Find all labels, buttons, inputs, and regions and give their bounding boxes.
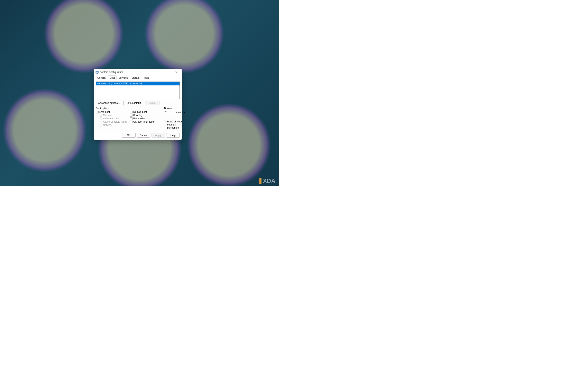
safe-boot-minimal-radio <box>100 114 102 117</box>
safe-boot-network-label: Network <box>103 124 112 126</box>
no-gui-boot-label: No GUI boot <box>133 110 147 114</box>
os-button-row: Advanced options... Set as default Delet… <box>96 101 180 105</box>
close-icon <box>175 71 178 73</box>
safe-boot-adrepair-radio <box>100 120 102 123</box>
window-title: System Configuration <box>100 71 172 74</box>
timeout-input[interactable] <box>164 110 174 114</box>
dialog-footer: OK Cancel Apply Help <box>94 131 182 140</box>
safe-boot-minimal-label: Minimal <box>103 114 112 117</box>
apply-button: Apply <box>152 133 165 138</box>
make-permanent-label: Make all boot settings permanent <box>167 120 185 129</box>
cancel-button[interactable]: Cancel <box>137 133 150 138</box>
close-button[interactable] <box>172 69 181 75</box>
boot-options-label: Boot options <box>96 107 129 110</box>
msconfig-icon <box>96 70 99 74</box>
watermark-logo: ❚XDA <box>258 178 276 184</box>
boot-options-group: Boot options Safe boot Minimal Alternate… <box>96 107 129 130</box>
safe-boot-label: Safe boot <box>99 110 110 114</box>
tab-tools[interactable]: Tools <box>141 76 151 80</box>
base-video-checkbox[interactable] <box>130 117 133 120</box>
safe-boot-adrepair-label: Active Directory repair <box>103 120 127 123</box>
svg-rect-2 <box>97 73 98 74</box>
os-entry-selected[interactable]: Windows 11 (C:\WINDOWS) : Current OS <box>96 82 180 86</box>
tab-services[interactable]: Services <box>117 76 130 80</box>
os-boot-info-checkbox[interactable] <box>130 120 133 123</box>
make-permanent-checkbox[interactable] <box>164 120 166 123</box>
timeout-group: Timeout: seconds Make all boot settings … <box>162 107 185 130</box>
tab-boot[interactable]: Boot <box>108 76 117 80</box>
system-configuration-window: System Configuration General Boot Servic… <box>94 69 182 140</box>
timeout-label: Timeout: <box>164 107 185 110</box>
safe-boot-network-radio <box>100 124 102 126</box>
safe-boot-altshell-radio <box>100 117 102 120</box>
tab-general[interactable]: General <box>96 76 108 80</box>
delete-button: Delete <box>145 101 160 105</box>
ok-button[interactable]: OK <box>122 133 136 138</box>
set-as-default-button[interactable]: Set as default <box>124 101 143 105</box>
boot-flags-group: No GUI boot Boot log Base video OS boot … <box>130 107 161 130</box>
tab-startup[interactable]: Startup <box>130 76 141 80</box>
help-button[interactable]: Help <box>166 133 180 138</box>
tab-body: Windows 11 (C:\WINDOWS) : Current OS Adv… <box>94 80 182 131</box>
boot-log-label: Boot log <box>133 114 142 117</box>
safe-boot-altshell-label: Alternate shell <box>103 117 119 120</box>
os-listbox[interactable]: Windows 11 (C:\WINDOWS) : Current OS <box>96 82 180 99</box>
desktop-wallpaper: System Configuration General Boot Servic… <box>0 0 279 186</box>
os-boot-info-label: OS boot information <box>133 120 155 123</box>
advanced-options-button[interactable]: Advanced options... <box>96 101 122 105</box>
tab-strip: General Boot Services Startup Tools <box>94 75 182 80</box>
no-gui-boot-checkbox[interactable] <box>130 111 133 114</box>
base-video-label: Base video <box>133 117 145 120</box>
titlebar: System Configuration <box>94 69 182 75</box>
svg-rect-1 <box>96 72 98 72</box>
timeout-unit-label: seconds <box>176 111 185 114</box>
boot-log-checkbox[interactable] <box>130 114 133 117</box>
safe-boot-checkbox[interactable] <box>96 111 99 114</box>
